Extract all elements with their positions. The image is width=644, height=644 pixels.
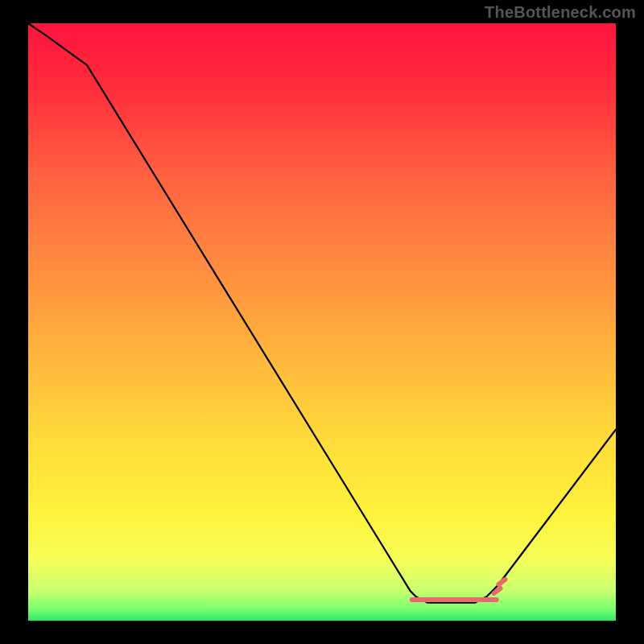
watermark-text: TheBottleneck.com xyxy=(485,3,636,22)
chart-container: { "watermark": "TheBottleneck.com", "fra… xyxy=(0,0,644,644)
bottleneck-chart xyxy=(0,0,644,644)
